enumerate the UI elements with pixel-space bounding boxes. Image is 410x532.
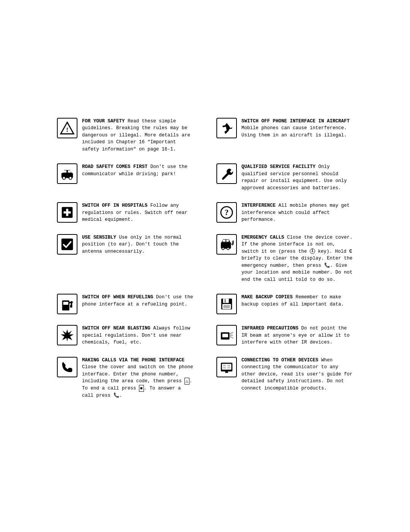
svg-rect-35 <box>223 365 226 366</box>
list-item: MAKING CALLS VIA THE PHONE INTERFACE Clo… <box>57 357 194 399</box>
page: ! FOR YOUR SAFETY Read these simple guid… <box>42 57 368 475</box>
infrared-icon <box>216 325 237 345</box>
svg-point-16 <box>222 247 224 250</box>
refueling-text: SWITCH OFF WHEN REFUELING Don't use the … <box>82 294 194 308</box>
check-icon <box>57 234 77 255</box>
hospitals-text: SWITCH OFF IN HOSPITALS Follow any regul… <box>82 202 194 223</box>
interference-text: INTERFERENCE All mobile phones may get i… <box>241 202 353 223</box>
svg-rect-3 <box>63 171 67 173</box>
svg-rect-27 <box>223 305 230 308</box>
list-item: SWITCH OFF PHONE INTERFACE IN AIRCRAFT M… <box>216 118 353 153</box>
sensibly-text: USE SENSIBLY Use only in the normal posi… <box>82 234 194 255</box>
road-text: ROAD SAFETY COMES FIRST Don't use the co… <box>82 163 194 177</box>
svg-point-5 <box>63 177 66 180</box>
phone-icon <box>57 357 77 377</box>
circle-i-icon: i <box>310 249 315 254</box>
fuel-icon <box>57 294 77 314</box>
list-item: QUALIFIED SERVICE FACILITY Only qualifie… <box>216 163 353 192</box>
svg-point-6 <box>69 177 72 180</box>
list-item: USE SENSIBLY Use only in the normal posi… <box>57 234 194 283</box>
svg-rect-36 <box>223 367 226 369</box>
list-item: CONNECTING TO OTHER DEVICES When connect… <box>216 357 353 399</box>
connecting-text: CONNECTING TO OTHER DEVICES When connect… <box>241 357 353 392</box>
safety-grid: ! FOR YOUR SAFETY Read these simple guid… <box>57 118 353 399</box>
list-item: EMERGENCY CALLS Close the device cover. … <box>216 234 353 283</box>
list-item: SWITCH OFF NEAR BLASTING Always follow s… <box>57 325 194 346</box>
svg-line-32 <box>230 337 233 338</box>
list-item: INFRARED PRECAUTIONS Do not point the IR… <box>216 325 353 346</box>
list-item: ? INTERFERENCE All mobile phones may get… <box>216 202 353 223</box>
svg-rect-25 <box>224 299 226 303</box>
svg-point-17 <box>227 247 229 250</box>
list-item: SWITCH OFF WHEN REFUELING Don't use the … <box>57 294 194 314</box>
facility-text: QUALIFIED SERVICE FACILITY Only qualifie… <box>241 163 353 192</box>
emergency-icon <box>216 234 237 255</box>
warning-icon: ! <box>57 118 77 138</box>
svg-rect-4 <box>68 171 71 173</box>
interference-icon: ? <box>216 202 237 223</box>
aircraft-icon <box>216 118 237 138</box>
aircraft-text: SWITCH OFF PHONE INTERFACE IN AIRCRAFT M… <box>241 118 353 139</box>
wrench-icon <box>216 163 237 184</box>
svg-rect-19 <box>63 302 68 305</box>
svg-rect-22 <box>70 305 73 308</box>
list-item: MAKE BACKUP COPIES Remember to make back… <box>216 294 353 314</box>
svg-rect-38 <box>227 367 230 369</box>
connect-icon <box>216 357 237 377</box>
infrared-text: INFRARED PRECAUTIONS Do not point the IR… <box>241 325 353 346</box>
emergency-text: EMERGENCY CALLS Close the device cover. … <box>241 234 353 283</box>
end-call-icon: ■ <box>139 385 144 392</box>
blasting-text: SWITCH OFF NEAR BLASTING Always follow s… <box>82 325 194 346</box>
svg-text:!: ! <box>66 126 68 133</box>
svg-rect-29 <box>222 334 228 337</box>
svg-rect-9 <box>64 211 71 214</box>
list-item: ! FOR YOUR SAFETY Read these simple guid… <box>57 118 194 153</box>
svg-line-30 <box>230 332 233 334</box>
svg-rect-37 <box>227 365 230 366</box>
svg-rect-15 <box>226 239 229 242</box>
hospital-icon <box>57 202 77 223</box>
svg-rect-14 <box>223 239 226 242</box>
safety-text: FOR YOUR SAFETY Read these simple guidel… <box>82 118 194 153</box>
car-icon <box>57 163 77 184</box>
svg-rect-34 <box>222 364 232 369</box>
svg-text:?: ? <box>225 208 229 217</box>
list-item: SWITCH OFF IN HOSPITALS Follow any regul… <box>57 202 194 223</box>
list-item: ROAD SAFETY COMES FIRST Don't use the co… <box>57 163 194 192</box>
making-calls-text: MAKING CALLS VIA THE PHONE INTERFACE Clo… <box>82 357 194 399</box>
blast-icon <box>57 325 77 345</box>
backup-icon <box>216 294 237 314</box>
triangle-icon: △ <box>184 378 189 385</box>
svg-rect-39 <box>225 371 228 373</box>
backup-text: MAKE BACKUP COPIES Remember to make back… <box>241 294 353 308</box>
